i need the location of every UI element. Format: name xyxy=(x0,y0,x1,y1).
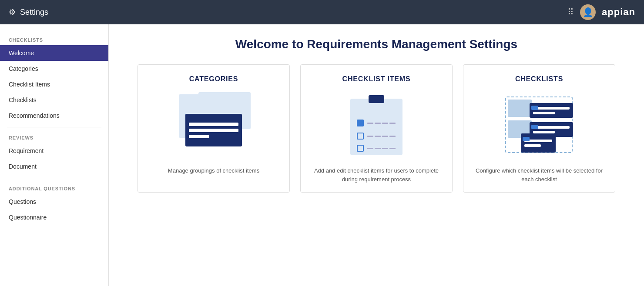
card-checklists-desc: Configure which checklist items will be … xyxy=(472,166,606,183)
sidebar-divider-1 xyxy=(7,127,101,127)
sidebar-item-document[interactable]: Document xyxy=(0,159,108,174)
cli-row-3 xyxy=(357,145,396,152)
cli-dashes-2 xyxy=(367,136,396,137)
sidebar-section-checklists: CHECKLISTS Welcome Categories Checklist … xyxy=(0,33,108,123)
chk-env-1 xyxy=(508,100,532,117)
card-checklists-title: CHECKLISTS xyxy=(515,75,563,83)
grid-icon[interactable]: ⠿ xyxy=(567,7,574,17)
categories-illustration xyxy=(174,90,253,160)
header-right: ⠿ 👤 appian xyxy=(567,4,635,20)
page-title: Welcome to Requirements Management Setti… xyxy=(126,37,627,51)
cli-check-1 xyxy=(357,120,364,126)
cli-check-3 xyxy=(357,145,364,152)
main-content: Welcome to Requirements Management Setti… xyxy=(109,24,644,286)
cat-line-2 xyxy=(189,129,238,132)
card-categories-desc: Manage groupings of checklist items xyxy=(168,166,259,175)
sidebar-section-reviews: REVIEWS Requirement Document xyxy=(0,131,108,174)
cli-check-2 xyxy=(357,133,364,140)
sidebar-item-checklists[interactable]: Checklists xyxy=(0,92,108,108)
card-checklist-items-desc: Add and edit checklist items for users t… xyxy=(309,166,443,183)
header-title: Settings xyxy=(20,8,48,17)
header-title-area: ⚙ Settings xyxy=(9,7,48,17)
sidebar-section-additional: ADDITIONAL QUESTIONS Questions Questionn… xyxy=(0,182,108,225)
cli-clip xyxy=(369,95,384,103)
app-header: ⚙ Settings ⠿ 👤 appian xyxy=(0,0,644,24)
sidebar-section-label-checklists: CHECKLISTS xyxy=(0,33,108,45)
appian-logo: appian xyxy=(602,7,635,18)
sidebar-item-recommendations[interactable]: Recommendations xyxy=(0,108,108,123)
card-checklist-items[interactable]: CHECKLIST ITEMS xyxy=(300,64,453,193)
chk-accent-1 xyxy=(531,106,538,110)
checklists-illustration xyxy=(500,90,578,160)
cli-dashes-1 xyxy=(367,123,396,124)
sidebar-item-checklist-items[interactable]: Checklist Items xyxy=(0,76,108,92)
cat-line-1 xyxy=(189,123,238,126)
sidebar-section-label-additional: ADDITIONAL QUESTIONS xyxy=(0,182,108,194)
cat-line-3 xyxy=(189,135,209,138)
sidebar-section-label-reviews: REVIEWS xyxy=(0,131,108,143)
gear-icon: ⚙ xyxy=(9,7,16,17)
sidebar-item-questionnaire[interactable]: Questionnaire xyxy=(0,210,108,225)
sidebar-item-welcome[interactable]: Welcome xyxy=(0,45,108,61)
avatar[interactable]: 👤 xyxy=(580,4,596,20)
chk-accent-2 xyxy=(531,125,538,129)
cards-row: CATEGORIES Manage groupings of checklist… xyxy=(126,64,627,193)
sidebar-divider-2 xyxy=(7,178,101,178)
chk-accent-3 xyxy=(523,137,530,141)
cat-main-card xyxy=(185,114,242,146)
card-checklists[interactable]: CHECKLISTS xyxy=(463,64,615,193)
cli-row-1 xyxy=(357,120,396,126)
cli-row-2 xyxy=(357,133,396,140)
sidebar-item-questions[interactable]: Questions xyxy=(0,194,108,210)
sidebar: CHECKLISTS Welcome Categories Checklist … xyxy=(0,24,109,286)
chk-card-bottom xyxy=(521,133,556,153)
sidebar-item-categories[interactable]: Categories xyxy=(0,61,108,76)
sidebar-item-requirement[interactable]: Requirement xyxy=(0,143,108,159)
card-categories[interactable]: CATEGORIES Manage groupings of checklist… xyxy=(138,64,290,193)
cli-dashes-3 xyxy=(367,148,396,149)
card-categories-title: CATEGORIES xyxy=(189,75,238,83)
card-checklist-items-title: CHECKLIST ITEMS xyxy=(342,75,411,83)
page-layout: CHECKLISTS Welcome Categories Checklist … xyxy=(0,24,644,286)
checklist-items-illustration xyxy=(337,90,416,160)
